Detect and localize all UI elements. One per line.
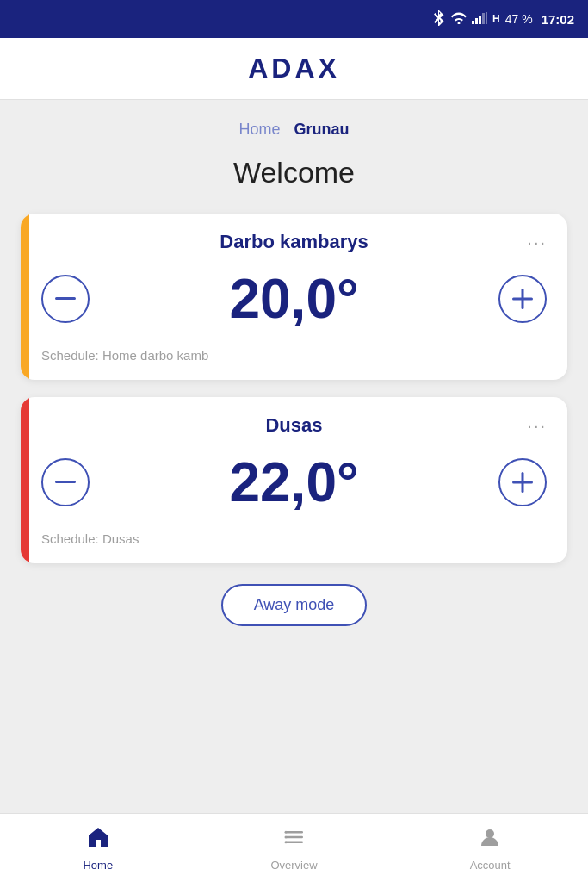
home-icon	[86, 825, 110, 855]
svg-rect-11	[286, 831, 303, 834]
device-card-1: Darbo kambarys ··· 20,0° Schedule: Home …	[21, 214, 567, 380]
nav-overview-label: Overview	[270, 859, 317, 872]
signal-icon	[472, 12, 487, 27]
main-content: Home Grunau Welcome Darbo kambarys ··· 2…	[0, 100, 588, 813]
increase-temp-1[interactable]	[498, 275, 547, 323]
wifi-icon	[451, 12, 467, 27]
more-options-1[interactable]: ···	[527, 233, 547, 252]
svg-rect-7	[512, 298, 533, 301]
device-status-bar-1	[21, 214, 29, 380]
account-icon	[478, 825, 502, 855]
device-name-2: Dusas	[265, 414, 322, 437]
away-mode-container: Away mode	[21, 584, 567, 626]
controls-row-2: 22,0°	[41, 450, 547, 514]
svg-rect-5	[55, 297, 76, 300]
away-mode-button[interactable]: Away mode	[221, 584, 368, 626]
svg-rect-3	[482, 13, 485, 24]
status-time: 17:02	[542, 12, 574, 27]
nav-account-label: Account	[470, 859, 511, 872]
status-bar: H 47 % 17:02	[0, 0, 588, 38]
more-options-2[interactable]: ···	[527, 416, 547, 436]
bottom-nav: Home Overview Account	[0, 813, 588, 882]
svg-point-14	[284, 830, 287, 833]
svg-point-17	[486, 829, 494, 838]
svg-rect-13	[286, 841, 303, 843]
nav-account[interactable]: Account	[392, 818, 588, 879]
app-header: ADAX	[0, 38, 588, 100]
decrease-temp-2[interactable]	[41, 458, 90, 506]
card-header-2: Dusas ···	[41, 414, 547, 437]
status-icons: H 47 % 17:02	[434, 10, 574, 28]
temperature-2: 22,0°	[229, 450, 358, 514]
controls-row-1: 20,0°	[41, 267, 547, 331]
breadcrumb-current: Grunau	[294, 121, 350, 139]
nav-home-label: Home	[83, 859, 113, 872]
svg-rect-12	[286, 835, 303, 838]
svg-rect-4	[486, 12, 487, 24]
breadcrumb: Home Grunau	[21, 100, 567, 146]
welcome-title: Welcome	[21, 156, 567, 189]
svg-rect-10	[512, 481, 533, 484]
schedule-label-1: Schedule: Home darbo kamb	[41, 348, 547, 363]
svg-rect-8	[55, 481, 76, 483]
temperature-1: 20,0°	[229, 267, 358, 331]
nav-overview[interactable]: Overview	[196, 818, 393, 879]
overview-icon	[282, 825, 306, 855]
decrease-temp-1[interactable]	[41, 275, 90, 323]
bluetooth-icon	[434, 10, 446, 28]
schedule-label-2: Schedule: Dusas	[41, 531, 547, 546]
svg-point-15	[284, 835, 287, 838]
svg-point-16	[284, 841, 287, 843]
svg-rect-1	[475, 18, 478, 24]
svg-rect-0	[472, 21, 474, 24]
card-header-1: Darbo kambarys ···	[41, 231, 547, 253]
app-logo: ADAX	[248, 53, 340, 84]
breadcrumb-home[interactable]: Home	[238, 121, 280, 139]
network-type-icon: H	[492, 13, 500, 25]
device-name-1: Darbo kambarys	[220, 231, 368, 253]
device-status-bar-2	[21, 397, 29, 563]
increase-temp-2[interactable]	[498, 458, 547, 506]
battery-percent: 47 %	[505, 12, 533, 26]
nav-home[interactable]: Home	[0, 818, 196, 879]
svg-rect-2	[479, 16, 481, 24]
device-card-2: Dusas ··· 22,0° Schedule: Dusas	[21, 397, 567, 563]
